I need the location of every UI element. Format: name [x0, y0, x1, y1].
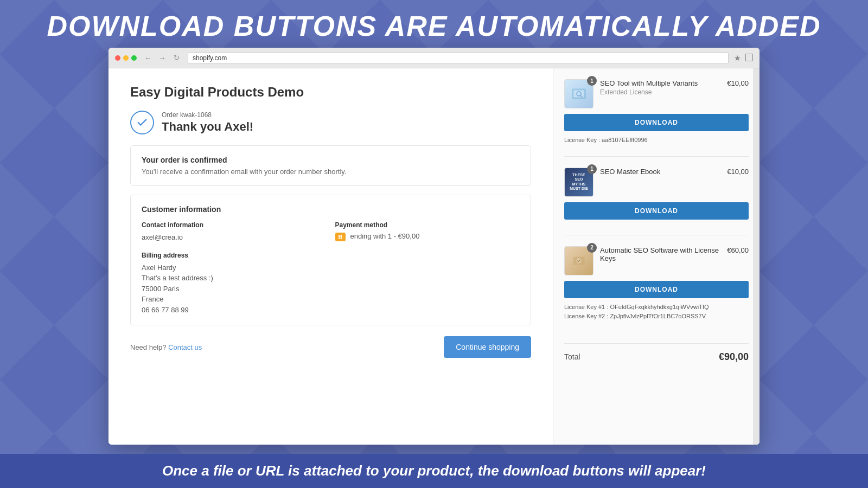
billing-name: Axel Hardy	[142, 264, 176, 272]
confirmation-box: Your order is confirmed You'll receive a…	[130, 145, 531, 186]
product-row: 2 Automatic SEO Software with License Ke…	[564, 246, 749, 275]
contact-section: Contact information axel@crea.io	[142, 221, 327, 243]
info-grid: Contact information axel@crea.io Payment…	[142, 221, 520, 315]
license-key-item: License Key #1 : OFuIdGqFxqkkhyhdkxg1qiW…	[564, 303, 749, 312]
download-button[interactable]: DOWNLOAD	[564, 202, 749, 220]
payment-text: ending with 1 - €90,00	[350, 232, 419, 240]
product-details: SEO Tool with Multiple Variants Extended…	[600, 79, 720, 96]
order-info: Order kwak-1068 Thank you Axel!	[162, 111, 253, 134]
payment-section: Payment method B ending with 1 - €90,00	[335, 221, 520, 243]
browser-window: ← → ↻ shopify.com ★ Easy Digital Product…	[108, 48, 760, 445]
license-key-item: License Key : aa8107EEfff0996	[564, 136, 749, 145]
footer-actions: Need help? Contact us Continue shopping	[130, 336, 531, 358]
billing-section: Billing address Axel Hardy That's a test…	[142, 252, 327, 316]
product-variant: Extended License	[600, 88, 720, 96]
product-item: 1 SEO Tool with Multiple Variants Extend…	[564, 79, 749, 157]
payment-label: Payment method	[335, 221, 520, 229]
check-circle	[130, 111, 154, 134]
product-row: 1 SEO Tool with Multiple Variants Extend…	[564, 79, 749, 108]
store-title: Easy Digital Products Demo	[130, 85, 531, 100]
order-header: Order kwak-1068 Thank you Axel!	[130, 111, 531, 134]
product-badge: 1	[587, 164, 597, 174]
expand-icon[interactable]	[745, 54, 753, 61]
product-row: THESESEOMYTHSMUST DIE 1 SEO Master Ebook…	[564, 168, 749, 197]
contact-email: axel@crea.io	[142, 232, 327, 243]
product-item: 2 Automatic SEO Software with License Ke…	[564, 246, 749, 332]
star-icon[interactable]: ★	[734, 54, 741, 62]
continue-shopping-button[interactable]: Continue shopping	[444, 336, 531, 358]
refresh-button[interactable]: ↻	[170, 52, 182, 64]
left-panel: Easy Digital Products Demo Order kwak-10…	[108, 68, 553, 445]
order-number: Order kwak-1068	[162, 111, 253, 119]
confirmation-body: You'll receive a confirmation email with…	[142, 168, 520, 176]
dot-yellow[interactable]	[123, 55, 129, 61]
product-price: €10,00	[727, 79, 749, 87]
product-details: SEO Master Ebook	[600, 168, 720, 177]
products-container: 1 SEO Tool with Multiple Variants Extend…	[564, 79, 749, 332]
bottom-banner: Once a file or URL is attached to your p…	[0, 454, 868, 488]
confirmation-heading: Your order is confirmed	[142, 156, 520, 164]
product-name: SEO Master Ebook	[600, 168, 720, 176]
customer-info-heading: Customer information	[142, 205, 520, 214]
dot-red[interactable]	[115, 55, 120, 61]
product-price: €10,00	[727, 168, 749, 176]
billing-address1: That's a test address :)	[142, 274, 213, 282]
billing-label: Billing address	[142, 252, 327, 259]
browser-icons: ★	[734, 54, 753, 62]
product-badge: 2	[587, 243, 597, 253]
url-text: shopify.com	[193, 54, 227, 62]
browser-content: Easy Digital Products Demo Order kwak-10…	[108, 68, 760, 445]
customer-info-box: Customer information Contact information…	[130, 195, 531, 325]
license-keys: License Key : aa8107EEfff0996	[564, 136, 749, 145]
billing-details: Axel Hardy That's a test address :) 7500…	[142, 262, 327, 316]
thank-you: Thank you Axel!	[162, 120, 253, 134]
browser-dots	[115, 55, 137, 61]
product-price: €60,00	[727, 246, 749, 254]
product-badge: 1	[587, 76, 597, 86]
product-name: Automatic SEO Software with License Keys	[600, 246, 720, 262]
license-keys: License Key #1 : OFuIdGqFxqkkhyhdkxg1qiW…	[564, 303, 749, 322]
contact-label: Contact information	[142, 221, 327, 229]
product-image-wrap: 2	[564, 246, 593, 275]
braintree-badge: B	[335, 233, 346, 241]
forward-button[interactable]: →	[156, 52, 168, 64]
top-banner-text: DOWNLOAD BUTTONS ARE AUTOMATICALLY ADDED	[11, 10, 857, 42]
need-help: Need help? Contact us	[130, 343, 202, 351]
right-panel: 1 SEO Tool with Multiple Variants Extend…	[553, 68, 760, 445]
product-image-wrap: 1	[564, 79, 593, 108]
back-button[interactable]: ←	[142, 52, 154, 64]
product-details: Automatic SEO Software with License Keys	[600, 246, 720, 264]
billing-country: France	[142, 295, 163, 303]
total-row: Total €90,00	[564, 343, 749, 363]
download-button[interactable]: DOWNLOAD	[564, 281, 749, 298]
license-key-item: License Key #2 : ZpJpflvJvlzPplTfOr1LBC7…	[564, 312, 749, 322]
address-bar[interactable]: shopify.com	[188, 52, 729, 64]
dot-green[interactable]	[131, 55, 137, 61]
top-banner: DOWNLOAD BUTTONS ARE AUTOMATICALLY ADDED	[0, 0, 868, 50]
product-image-wrap: THESESEOMYTHSMUST DIE 1	[564, 168, 593, 197]
total-amount: €90,00	[719, 351, 749, 363]
product-name: SEO Tool with Multiple Variants	[600, 79, 720, 87]
browser-nav: ← → ↻	[142, 52, 182, 64]
download-button[interactable]: DOWNLOAD	[564, 114, 749, 131]
product-item: THESESEOMYTHSMUST DIE 1 SEO Master Ebook…	[564, 168, 749, 235]
browser-chrome: ← → ↻ shopify.com ★	[108, 48, 760, 68]
billing-phone: 06 66 77 88 99	[142, 306, 189, 314]
total-label: Total	[564, 352, 580, 361]
payment-method: B ending with 1 - €90,00	[335, 232, 520, 241]
contact-us-link[interactable]: Contact us	[168, 343, 202, 351]
billing-city: 75000 Paris	[142, 285, 179, 293]
bottom-banner-text: Once a file or URL is attached to your p…	[11, 463, 857, 479]
